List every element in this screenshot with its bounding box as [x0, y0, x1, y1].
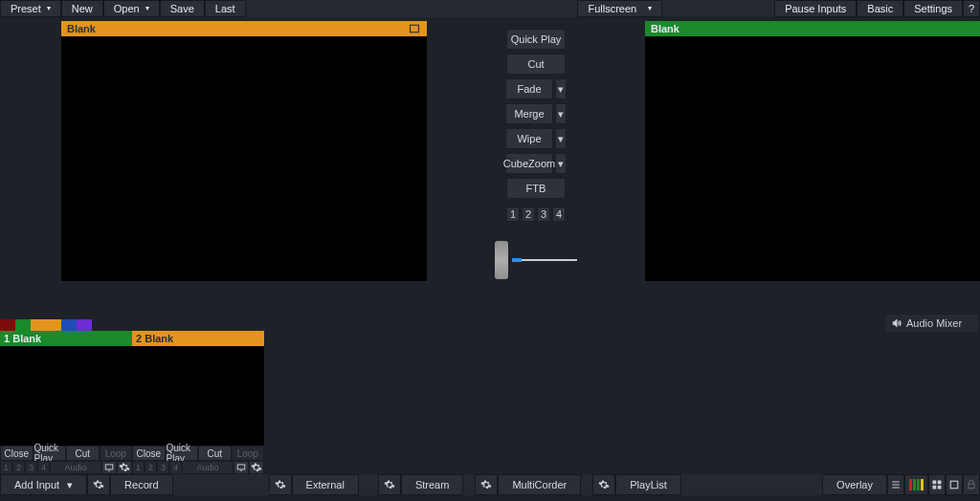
swatch-green[interactable] — [15, 319, 31, 331]
stream-button[interactable]: Stream — [401, 474, 463, 495]
program-title: Blank — [651, 21, 679, 36]
program-video[interactable] — [645, 36, 980, 281]
new-button[interactable]: New — [61, 0, 103, 17]
gear-icon[interactable] — [249, 461, 264, 474]
input-2-ov3[interactable]: 3 — [157, 461, 169, 474]
window-icon[interactable] — [408, 22, 421, 35]
transition-column: Quick Play Cut Fade▾ Merge▾ Wipe▾ CubeZo… — [431, 21, 641, 312]
record-settings[interactable] — [269, 474, 292, 495]
input-1-ov4[interactable]: 4 — [37, 461, 50, 474]
cut-button[interactable]: Cut — [506, 54, 566, 75]
add-input-settings[interactable] — [87, 474, 110, 495]
playlist-settings[interactable] — [592, 474, 615, 495]
cubezoom-button[interactable]: CubeZoom — [505, 153, 553, 174]
wipe-button[interactable]: Wipe — [505, 128, 553, 149]
playlist-button[interactable]: PlayList — [615, 474, 681, 495]
input-1-number: 1 — [4, 331, 10, 346]
input-2-ov4[interactable]: 4 — [169, 461, 182, 474]
input-2-controls2: 1 2 3 4 Audio — [132, 461, 264, 474]
input-2-loop[interactable]: Loop — [232, 446, 265, 461]
audio-mixer-button[interactable]: Audio Mixer — [884, 314, 980, 333]
input-1-ov3[interactable]: 3 — [25, 461, 37, 474]
record-button[interactable]: Record — [110, 474, 172, 495]
input-1-title-bar[interactable]: 1 Blank — [0, 331, 132, 346]
input-1-title: Blank — [12, 331, 41, 346]
help-button[interactable]: ? — [963, 0, 980, 17]
input-1-quickplay[interactable]: Quick Play — [33, 446, 67, 461]
open-button[interactable]: Open▾ — [103, 0, 160, 17]
external-button[interactable]: External — [292, 474, 359, 495]
input-2-ov1[interactable]: 1 — [132, 461, 145, 474]
settings-button[interactable]: Settings — [903, 0, 963, 17]
swatch-orange2[interactable] — [46, 319, 61, 331]
save-button[interactable]: Save — [160, 0, 205, 17]
grid-view-icon[interactable] — [928, 474, 946, 495]
multicorder-settings[interactable] — [475, 474, 498, 495]
merge-button[interactable]: Merge — [505, 103, 553, 124]
fade-options[interactable]: ▾ — [555, 78, 567, 99]
add-input-button[interactable]: Add Input▾ — [0, 474, 87, 495]
list-view-icon[interactable] — [887, 474, 904, 495]
input-1-loop[interactable]: Loop — [100, 446, 133, 461]
multicorder-button[interactable]: MultiCorder — [498, 474, 581, 495]
gear-icon[interactable] — [117, 461, 132, 474]
swatch-purple[interactable] — [77, 319, 92, 331]
quick-play-button[interactable]: Quick Play — [506, 29, 566, 50]
chevron-down-icon: ▾ — [67, 479, 73, 491]
input-1-preview[interactable] — [0, 346, 132, 446]
chevron-down-icon: ▾ — [648, 0, 652, 17]
input-1-close[interactable]: Close — [0, 446, 33, 461]
input-2-cut[interactable]: Cut — [198, 446, 232, 461]
preview-title: Blank — [67, 21, 96, 36]
stream-settings[interactable] — [378, 474, 401, 495]
fullscreen-button[interactable]: Fullscreen▾ — [577, 0, 662, 17]
input-1-cut[interactable]: Cut — [66, 446, 100, 461]
strip-rest: Audio Mixer Click on the Configuration S… — [264, 312, 980, 455]
chevron-down-icon: ▾ — [47, 0, 51, 17]
swatch-red[interactable] — [0, 319, 15, 331]
preview-video[interactable] — [61, 36, 427, 281]
input-2-audio[interactable]: Audio — [182, 461, 234, 474]
overlay-3[interactable]: 3 — [537, 207, 550, 222]
preset-label: Preset — [11, 0, 41, 17]
input-1-ov1[interactable]: 1 — [0, 461, 12, 474]
input-2-title-bar[interactable]: 2 Blank — [132, 331, 264, 346]
popout-icon[interactable] — [946, 474, 963, 495]
chevron-down-icon: ▾ — [145, 0, 149, 17]
input-1-ov2[interactable]: 2 — [12, 461, 25, 474]
t-bar[interactable] — [495, 241, 577, 279]
merge-options[interactable]: ▾ — [555, 103, 567, 124]
svg-rect-5 — [933, 486, 937, 490]
input-1-controls2: 1 2 3 4 Audio — [0, 461, 132, 474]
input-2-quickplay[interactable]: Quick Play — [166, 446, 199, 461]
input-2-ov2[interactable]: 2 — [145, 461, 157, 474]
overlay-4[interactable]: 4 — [552, 207, 566, 222]
monitor-icon[interactable] — [234, 461, 249, 474]
top-menu-left: Preset▾ New Open▾ Save Last — [0, 0, 246, 17]
overlay-2[interactable]: 2 — [522, 207, 535, 222]
fade-button[interactable]: Fade — [505, 78, 553, 99]
last-button[interactable]: Last — [205, 0, 246, 17]
pause-inputs-button[interactable]: Pause Inputs — [774, 0, 857, 17]
cubezoom-options[interactable]: ▾ — [555, 153, 567, 174]
swatch-blue[interactable] — [61, 319, 77, 331]
preset-button[interactable]: Preset▾ — [0, 0, 61, 17]
input-2-preview[interactable] — [132, 346, 264, 446]
preview-panel: Blank — [57, 21, 431, 312]
swatch-orange[interactable] — [31, 319, 46, 331]
lock-icon[interactable] — [963, 474, 980, 495]
overlay-button[interactable]: Overlay — [822, 474, 887, 495]
svg-rect-8 — [969, 484, 974, 489]
basic-button[interactable]: Basic — [857, 0, 903, 17]
overlay-1[interactable]: 1 — [506, 207, 520, 222]
open-label: Open — [114, 0, 140, 17]
audio-mixer-label: Audio Mixer — [906, 317, 962, 329]
input-2-title: Blank — [145, 331, 173, 346]
input-2-close[interactable]: Close — [132, 446, 166, 461]
input-1-audio[interactable]: Audio — [50, 461, 101, 474]
top-menu: Preset▾ New Open▾ Save Last Fullscreen▾ … — [0, 0, 980, 17]
monitor-icon[interactable] — [101, 461, 117, 474]
t-bar-handle[interactable] — [495, 241, 508, 279]
ftb-button[interactable]: FTB — [506, 178, 566, 199]
wipe-options[interactable]: ▾ — [555, 128, 567, 149]
